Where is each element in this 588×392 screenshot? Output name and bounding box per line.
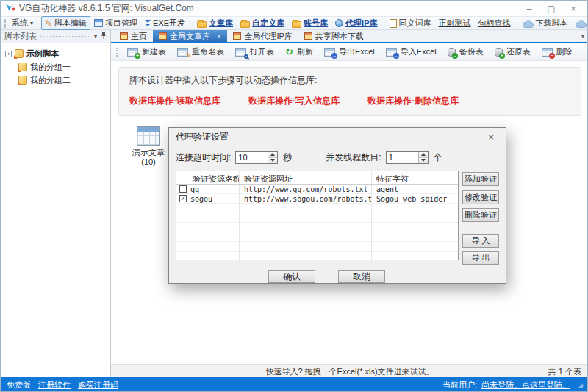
- spinner-buttons: [418, 152, 428, 163]
- button-new-table[interactable]: +新建表: [123, 45, 171, 59]
- threads-stepper[interactable]: 1: [386, 151, 429, 164]
- folder-icon: [240, 21, 250, 28]
- checkbox-checked[interactable]: ✓: [179, 195, 187, 202]
- info-panel: 脚本设计器中插入以下步骤可以动态操作信息库: 数据库操作-读取信息库 数据库操作…: [118, 67, 581, 116]
- register-software-link[interactable]: 注册软件: [38, 379, 71, 391]
- folder-icon: [197, 21, 207, 28]
- button-custom-library[interactable]: 自定义库: [237, 16, 288, 30]
- dialog-controls-row: 连接超时时间: 10 秒 并发线程数目: 1 个: [176, 151, 499, 164]
- tree-item-example-scripts[interactable]: + 示例脚本: [1, 47, 110, 60]
- button-account-library[interactable]: 账号库: [288, 16, 331, 30]
- resource-feature: Sogou web spider: [372, 194, 458, 203]
- button-regex-test[interactable]: 正则测试: [435, 16, 475, 30]
- script-list-sidebar: + 示例脚本 我的分组一 我的分组二: [1, 43, 111, 377]
- cancel-button[interactable]: 取消: [338, 270, 385, 283]
- folder-icon: [292, 21, 301, 28]
- button-download-script[interactable]: ↓下载脚本: [519, 16, 572, 30]
- button-export-excel[interactable]: →导出Excel: [320, 45, 379, 59]
- confirm-button[interactable]: 确认: [268, 270, 315, 283]
- table-item-demo-article[interactable]: 演示文章 (10): [127, 126, 170, 167]
- dialog-close-icon[interactable]: ×: [483, 132, 499, 143]
- tab-global-article-library[interactable]: 全局文章库×: [153, 30, 227, 42]
- window-title: VG自动化神器 v8.6.1.5 官网: VisualGet.Com: [19, 2, 194, 15]
- button-article-library[interactable]: 文章库: [193, 16, 237, 30]
- chevron-down-icon[interactable]: ▾: [94, 33, 97, 40]
- spin-up-icon[interactable]: [419, 152, 428, 157]
- buy-license-link[interactable]: 购买注册码: [78, 379, 118, 391]
- button-handle-finder[interactable]: 句柄查找: [475, 16, 514, 30]
- spin-up-icon[interactable]: [268, 152, 277, 157]
- button-upload-script[interactable]: ↑上传脚本: [572, 16, 588, 30]
- exe-arrows-icon: [145, 20, 151, 26]
- dotted-filler: [40, 36, 90, 37]
- button-delete-table[interactable]: −删除: [537, 45, 577, 59]
- script-group-icon: [18, 63, 27, 71]
- dialog-title-bar: 代理验证设置 ×: [169, 128, 506, 146]
- pin-icon[interactable]: [101, 32, 107, 41]
- timeout-value[interactable]: 10: [236, 152, 268, 163]
- chevron-down-icon[interactable]: ▾: [581, 33, 584, 40]
- refresh-icon: ↻: [285, 47, 293, 57]
- button-import-excel[interactable]: ←导入Excel: [381, 45, 441, 59]
- link-db-read[interactable]: 数据库操作-读取信息库: [129, 95, 220, 107]
- button-project-manage[interactable]: 项目管理: [90, 16, 141, 30]
- quick-import-hint: 快速导入? 拖拽一个Excel(*.xls)文件进来试试。: [111, 366, 588, 377]
- button-restore-table[interactable]: +还原表: [490, 45, 535, 59]
- minimize-button[interactable]: –: [518, 1, 540, 16]
- table-delete-icon: −: [542, 48, 553, 57]
- main-toolbar: 系统▾ ✎脚本编辑 项目管理 EXE开发 文章库 自定义库 账号库 代理IP库 …: [1, 17, 588, 30]
- button-proxy-ip-library[interactable]: 代理IP库: [331, 16, 381, 30]
- link-db-delete[interactable]: 数据库操作-删除信息库: [368, 95, 459, 107]
- resource-name: sogou: [190, 195, 212, 203]
- empty-row: [176, 252, 458, 260]
- button-rename-table[interactable]: ✎重命名表: [173, 45, 229, 59]
- verify-resource-table: 验证资源名称 验证资源网址 特征字符 qq http://www.qq.com/…: [176, 171, 459, 260]
- button-backup-table[interactable]: →备份表: [443, 45, 488, 59]
- resize-grip-icon: ◢: [578, 382, 583, 389]
- close-button[interactable]: ×: [562, 1, 584, 16]
- timeout-label: 连接超时时间:: [176, 152, 231, 164]
- tree-item-my-group-2[interactable]: 我的分组二: [1, 74, 110, 87]
- table-row-sogou[interactable]: ✓ sogou http://www.sogou.com/robots.txt …: [176, 194, 458, 204]
- link-db-write[interactable]: 数据库操作-写入信息库: [248, 95, 340, 107]
- content-status-bar: 快速导入? 拖拽一个Excel(*.xls)文件进来试试。 共 1 个表: [111, 364, 588, 377]
- tree-item-my-group-1[interactable]: 我的分组一: [1, 60, 110, 74]
- current-user-area: 当前用户: 尚未登陆。点这里登陆。 ◢: [442, 379, 583, 391]
- timeout-stepper[interactable]: 10: [235, 151, 278, 164]
- proxy-verify-dialog: 代理验证设置 × 连接超时时间: 10 秒 并发线程数目: 1 个: [168, 127, 506, 284]
- table-toolbar: +新建表 ✎重命名表 打开表 ↻刷新 →导出Excel ←导入Excel →备份…: [111, 43, 588, 61]
- maximize-button[interactable]: ▢: [540, 1, 562, 16]
- button-script-edit[interactable]: ✎脚本编辑: [41, 16, 90, 30]
- expand-icon[interactable]: +: [5, 51, 12, 57]
- button-open-table[interactable]: 打开表: [231, 45, 279, 59]
- table-icon: [304, 32, 312, 40]
- spinner-buttons: [268, 152, 277, 163]
- login-link[interactable]: 尚未登陆。点这里登陆。: [481, 379, 570, 391]
- button-synonym-library[interactable]: 同义词库: [386, 16, 435, 30]
- tab-global-proxy-ip-library[interactable]: 全局代理IP库: [227, 30, 298, 42]
- tab-home[interactable]: 主页: [114, 30, 153, 42]
- spin-down-icon[interactable]: [268, 157, 277, 164]
- table-header-row: 验证资源名称 验证资源网址 特征字符: [176, 171, 458, 185]
- table-row-qq[interactable]: qq http://www.qq.com/robots.txt agent: [176, 185, 458, 194]
- app-status-bar: 免费版 注册软件 购买注册码 当前用户: 尚未登陆。点这里登陆。 ◢: [1, 377, 588, 392]
- add-verify-button[interactable]: 添加验证: [462, 172, 499, 186]
- empty-row: [176, 204, 458, 213]
- modify-verify-button[interactable]: 修改验证: [462, 190, 499, 204]
- button-exe-develop[interactable]: EXE开发: [141, 16, 189, 30]
- delete-verify-button[interactable]: 删除验证: [462, 208, 499, 222]
- pages-icon: [390, 19, 397, 28]
- toolbar-grip: [4, 19, 6, 28]
- info-links: 数据库操作-读取信息库 数据库操作-写入信息库 数据库操作-删除信息库: [129, 95, 570, 107]
- threads-value[interactable]: 1: [387, 152, 418, 163]
- database-backup-icon: →: [448, 48, 456, 57]
- spin-down-icon[interactable]: [419, 157, 428, 164]
- menu-system[interactable]: 系统▾: [8, 16, 37, 30]
- tab-shared-script-download[interactable]: 共享脚本下载: [298, 30, 370, 42]
- button-refresh[interactable]: ↻刷新: [281, 45, 318, 59]
- export-button[interactable]: 导 出: [462, 251, 499, 265]
- checkbox-unchecked[interactable]: [179, 185, 187, 193]
- table-icon: [233, 32, 241, 40]
- import-button[interactable]: 导 入: [462, 234, 499, 248]
- tab-close-icon[interactable]: ×: [217, 32, 221, 40]
